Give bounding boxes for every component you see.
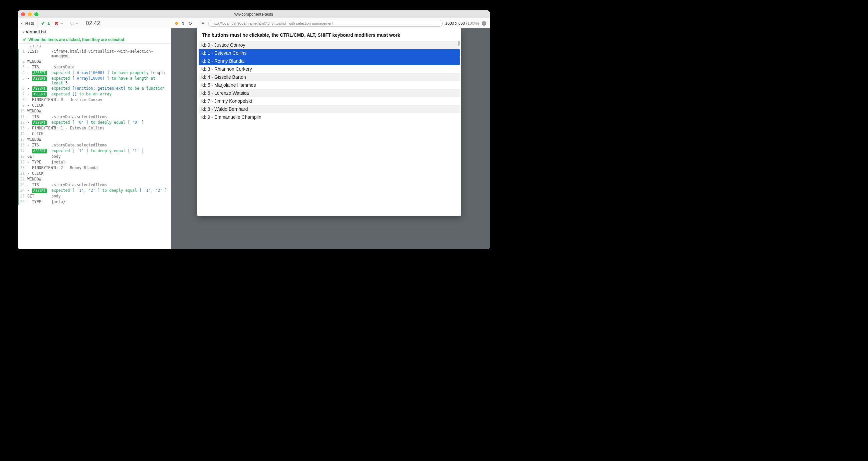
list-item[interactable]: id: 2 - Ronny Blanda	[199, 57, 460, 65]
test-counts: ✔ 1 ✖ --	[38, 18, 67, 28]
list-item[interactable]: id: 4 - Gisselle Barton	[199, 73, 460, 81]
test-body-label[interactable]: ▾ TEST	[18, 44, 171, 49]
command-name: - ITS	[27, 143, 52, 147]
close-icon[interactable]	[21, 12, 25, 17]
command-list[interactable]: 1VISIT/iframe.html?id=virtuallist--with-…	[18, 49, 171, 249]
info-icon[interactable]: i	[482, 21, 487, 26]
command-row[interactable]: 4- ASSERTexpected [ Array(10000) ] to ha…	[18, 70, 171, 76]
command-row[interactable]: 21- CLICK	[18, 171, 171, 176]
list-item[interactable]: id: 6 - Lorenzo Watsica	[199, 89, 460, 97]
command-name: - ASSERT	[27, 120, 52, 125]
command-name: - TYPE	[27, 160, 52, 164]
chevron-left-icon: ‹	[21, 21, 23, 26]
command-args: /iframe.html?id=virtuallist--with-select…	[52, 49, 169, 58]
command-args: .storyData.selectedItems	[52, 143, 169, 147]
command-name: GET	[27, 194, 52, 198]
command-row[interactable]: 10WINDOW	[18, 108, 171, 114]
test-title: When the items are clicked, then they ar…	[28, 37, 124, 42]
scrollbar-thumb[interactable]	[458, 41, 460, 46]
preview-banner: The buttons must be clickable, the CTRL/…	[197, 28, 461, 41]
reload-icon[interactable]: ⟳	[189, 21, 193, 26]
list-item[interactable]: id: 0 - Justice Conroy	[199, 41, 460, 49]
check-icon: ✔	[41, 20, 45, 26]
selector-playground-icon[interactable]: ⌖	[200, 20, 206, 26]
virtual-list[interactable]: id: 0 - Justice Conroyid: 1 - Estevan Co…	[199, 41, 460, 121]
command-args: expected [ '1', '2' ] to deeply equal [ …	[52, 188, 169, 193]
titlebar: ww-components-tests	[18, 10, 490, 18]
line-number: 14	[19, 131, 27, 136]
command-row[interactable]: 6- ASSERTexpected [Function: getItemText…	[18, 86, 171, 91]
resize-icon[interactable]: ⇕	[181, 21, 185, 26]
command-row[interactable]: 7- ASSERTexpected [] to be an array	[18, 91, 171, 97]
command-name: - ASSERT	[27, 188, 52, 193]
command-row[interactable]: 15WINDOW	[18, 137, 171, 142]
command-row[interactable]: 16- ITS.storyData.selectedItems	[18, 142, 171, 148]
command-row[interactable]: 19- TYPE{meta}	[18, 160, 171, 165]
command-name: - ASSERT	[27, 92, 52, 97]
line-number: 8	[19, 97, 27, 102]
command-row[interactable]: 22WINDOW	[18, 176, 171, 182]
suite-name: VirtualList	[26, 30, 46, 34]
line-number: 7	[19, 92, 27, 96]
command-row[interactable]: 5- ASSERTexpected [ Array(10000) ] to ha…	[18, 76, 171, 86]
command-row[interactable]: 3- ITS.storyData	[18, 64, 171, 70]
line-number: 17	[19, 149, 27, 153]
line-number: 24	[19, 188, 27, 193]
command-row[interactable]: 13- FINDBYTEXTid: 1 - Estevan Collins	[18, 125, 171, 131]
command-row[interactable]: 24- ASSERTexpected [ '1', '2' ] to deepl…	[18, 188, 171, 194]
command-row[interactable]: 1VISIT/iframe.html?id=virtuallist--with-…	[18, 49, 171, 59]
command-name: - ASSERT	[27, 70, 52, 75]
command-row[interactable]: 18GETbody	[18, 154, 171, 160]
line-number: 23	[19, 183, 27, 187]
command-row[interactable]: 23- ITS.storyData.selectedItems	[18, 182, 171, 188]
pending-count: --	[67, 18, 82, 28]
command-args: expected [] to be an array	[52, 92, 169, 96]
command-args: .storyData	[52, 65, 169, 69]
x-icon: ✖	[54, 21, 58, 26]
list-item[interactable]: id: 7 - Jimmy Konopelski	[199, 97, 460, 105]
command-name: - ASSERT	[27, 86, 52, 91]
minimize-icon[interactable]	[28, 12, 32, 17]
line-number: 21	[19, 171, 27, 176]
line-number: 15	[19, 137, 27, 142]
line-number: 3	[19, 65, 27, 69]
url-input[interactable]: http://localhost:9009/iframe.html?id=vir…	[208, 20, 443, 27]
zoom-icon[interactable]	[34, 12, 38, 17]
command-row[interactable]: 14- CLICK	[18, 131, 171, 137]
command-row[interactable]: 20- FINDBYTEXTid: 2 - Ronny Blanda	[18, 165, 171, 171]
aut-iframe[interactable]: The buttons must be clickable, the CTRL/…	[197, 28, 461, 216]
command-row[interactable]: 12- ASSERTexpected [ '0' ] to deeply equ…	[18, 120, 171, 125]
command-name: GET	[27, 154, 52, 159]
command-args: {meta}	[52, 199, 169, 204]
command-row[interactable]: 26- TYPE{meta}	[18, 199, 171, 205]
line-number: 1	[19, 49, 27, 54]
line-number: 2	[19, 59, 27, 64]
list-item[interactable]: id: 9 - Emmanuelle Champlin	[199, 113, 460, 121]
list-item[interactable]: id: 5 - Marjolaine Hammes	[199, 81, 460, 89]
command-args: id: 2 - Ronny Blanda	[52, 165, 169, 170]
list-item[interactable]: id: 1 - Estevan Collins	[199, 49, 460, 57]
command-name: - ASSERT	[27, 76, 52, 81]
command-row[interactable]: 17- ASSERTexpected [ '1' ] to deeply equ…	[18, 148, 171, 154]
window-controls	[21, 12, 38, 17]
command-name: - FINDBYTEXT	[27, 97, 52, 102]
url-text: http://localhost:9009/iframe.html?id=vir…	[213, 21, 334, 25]
command-args: expected [ Array(10000) ] to have proper…	[52, 70, 169, 75]
suite-header[interactable]: ▾ VirtualList	[18, 28, 171, 36]
command-args: body	[52, 194, 169, 198]
line-number: 9	[19, 103, 27, 108]
list-item[interactable]: id: 8 - Waldo Bernhard	[199, 105, 460, 113]
caret-down-icon: ▾	[22, 30, 24, 34]
toolbar: ‹ Tests ✔ 1 ✖ -- -- 02.42 ⇕ ⟳ ⌖ http://l…	[18, 18, 490, 28]
line-number: 4	[19, 70, 27, 75]
back-button[interactable]: ‹ Tests	[18, 18, 38, 28]
test-header[interactable]: ✔ When the items are clicked, then they …	[18, 36, 171, 44]
command-row[interactable]: 25GETbody	[18, 194, 171, 199]
command-row[interactable]: 11- ITS.storyData.selectedItems	[18, 114, 171, 120]
line-number: 20	[19, 165, 27, 170]
command-row[interactable]: 8- FINDBYTEXTid: 0 - Justice Conroy	[18, 97, 171, 103]
command-row[interactable]: 2WINDOW	[18, 59, 171, 64]
command-row[interactable]: 9- CLICK	[18, 103, 171, 108]
back-label: Tests	[24, 21, 34, 26]
list-item[interactable]: id: 3 - Rhiannon Corkery	[199, 65, 460, 73]
